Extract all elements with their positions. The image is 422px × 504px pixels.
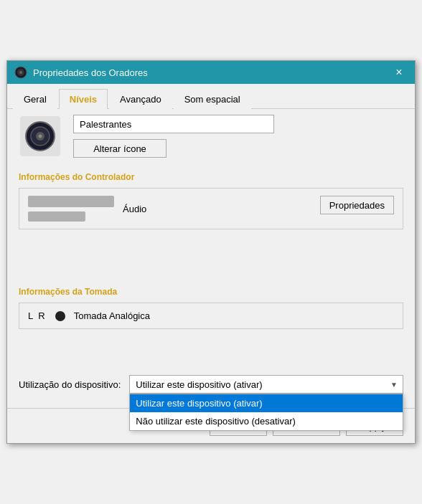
speaker-icon (20, 116, 60, 156)
dropdown-display[interactable]: Utilizar este dispositivo (ativar) (129, 375, 403, 394)
dropdown-option-1[interactable]: Não utilizar este dispositivo (desativar… (130, 412, 403, 430)
controller-section: Áudio Propriedades (19, 188, 403, 229)
controller-top-row: Áudio (28, 196, 146, 222)
controller-section-label: Informações do Controlador (19, 172, 403, 182)
title-bar: Propriedades dos Oradores × (7, 61, 415, 84)
jack-row: L R Tomada Analógica (28, 310, 394, 321)
jack-section-wrapper: Informações da Tomada L R Tomada Analógi… (19, 287, 403, 329)
tabs-bar: Geral Níveis Avançado Som espacial (7, 84, 415, 109)
tab-geral[interactable]: Geral (13, 89, 57, 109)
controller-gray-bar-1 (28, 196, 114, 207)
device-usage-row: Utilização do dispositivo: Utilizar este… (19, 375, 403, 394)
device-usage-label: Utilização do dispositivo: (19, 379, 121, 390)
device-name-section: Alterar ícone (73, 115, 403, 158)
jack-type-label: Tomada Analógica (74, 310, 150, 321)
controller-section-wrapper: Informações do Controlador Áudio Proprie… (19, 172, 403, 229)
speaker-icon-wrapper (19, 115, 62, 158)
title-bar-left: Propriedades dos Oradores (14, 66, 148, 79)
dropdown-option-0[interactable]: Utilizar este dispositivo (ativar) (130, 394, 403, 412)
jack-lr-label: L R (28, 310, 47, 321)
spacer-2 (19, 341, 403, 369)
speaker-title-icon (14, 66, 27, 79)
controller-gray-bar-2 (28, 211, 85, 222)
device-name-input[interactable] (73, 115, 274, 133)
spacer-area (19, 241, 403, 284)
change-icon-button[interactable]: Alterar ícone (73, 139, 167, 158)
device-header: Alterar ícone (19, 115, 403, 158)
main-content: Alterar ícone Informações do Controlador… (7, 109, 415, 394)
properties-button[interactable]: Propriedades (320, 196, 394, 214)
dropdown-options: Utilizar este dispositivo (ativar) Não u… (129, 394, 403, 431)
close-button[interactable]: × (390, 64, 408, 81)
dialog-title: Propriedades dos Oradores (33, 67, 148, 78)
tab-som-espacial[interactable]: Som espacial (174, 89, 251, 109)
jack-section-label: Informações da Tomada (19, 287, 403, 297)
jack-dot-icon (55, 311, 65, 321)
dropdown-selected-text: Utilizar este dispositivo (ativar) (136, 379, 262, 390)
svg-point-2 (19, 71, 22, 74)
controller-info (28, 196, 114, 222)
dialog: Propriedades dos Oradores × Geral Níveis… (6, 60, 416, 444)
jack-section: L R Tomada Analógica (19, 303, 403, 329)
svg-point-7 (39, 135, 42, 138)
dropdown-wrapper: Utilizar este dispositivo (ativar) ▼ Uti… (129, 375, 403, 394)
controller-name-label: Áudio (123, 204, 146, 214)
controller-row: Áudio Propriedades (28, 196, 394, 222)
tab-niveis[interactable]: Níveis (59, 89, 108, 109)
tab-avancado[interactable]: Avançado (109, 89, 172, 109)
